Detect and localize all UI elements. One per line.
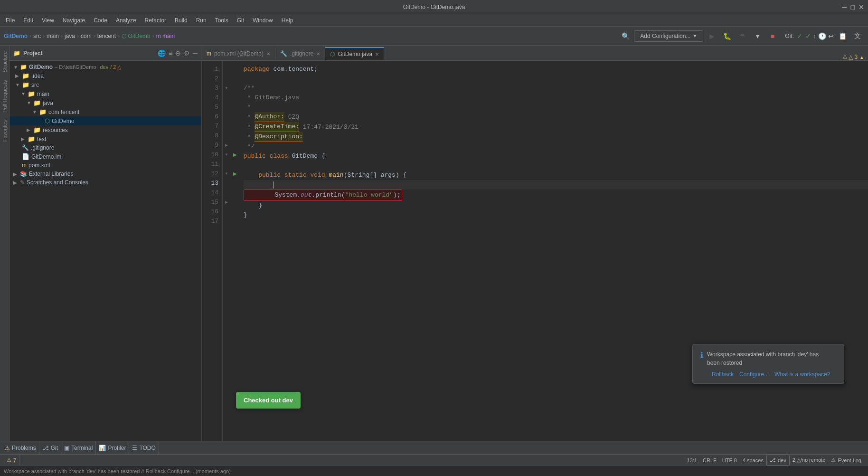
fold-15[interactable] — [223, 198, 230, 207]
menu-item-view[interactable]: View — [38, 16, 58, 25]
status-branch[interactable]: ⎇ dev — [766, 455, 790, 466]
tree-item-scratches[interactable]: ▶ ✎ Scratches and Consoles — [9, 178, 201, 187]
menu-item-navigate[interactable]: Navigate — [59, 16, 89, 25]
git-push-icon[interactable]: ↑ — [813, 32, 816, 40]
tree-item-test[interactable]: ▶ 📁 test — [9, 134, 201, 143]
status-position[interactable]: 13:1 — [684, 455, 700, 466]
vcs-icon[interactable]: 📋 — [836, 29, 849, 43]
breadcrumb-src[interactable]: src — [33, 33, 41, 39]
git-tab-close[interactable]: ✕ — [316, 51, 320, 57]
status-indent[interactable]: 4 spaces — [740, 455, 766, 466]
java-tab-close[interactable]: ✕ — [375, 52, 379, 57]
status-event-log[interactable]: ⚠ Event Log — [828, 455, 864, 466]
window-controls[interactable]: ─ □ ✕ — [842, 3, 864, 11]
tree-item-main[interactable]: ▼ 📁 main — [9, 89, 201, 98]
code-line-5: * — [244, 103, 868, 112]
problems-tab[interactable]: ⚠ Problems — [2, 441, 39, 454]
collapse-icon[interactable]: ⊖ — [175, 49, 181, 57]
fold-3[interactable] — [223, 84, 230, 93]
more-run-options[interactable]: ▾ — [751, 29, 764, 43]
translate-icon[interactable]: 文 — [851, 29, 864, 43]
warning-expand-icon[interactable]: ▲ — [859, 55, 864, 60]
breadcrumb-java[interactable]: java — [65, 33, 75, 39]
tree-item-java[interactable]: ▼ 📁 java — [9, 98, 201, 107]
git-history-icon[interactable]: 🕐 — [818, 32, 826, 40]
tab-gitdemo-java[interactable]: ⬡ GitDemo.java ✕ — [325, 47, 384, 60]
stop-button[interactable]: ■ — [766, 29, 779, 43]
code-line-13[interactable] — [244, 180, 868, 190]
fold-7 — [223, 122, 230, 131]
structure-tab[interactable]: Structure — [1, 48, 9, 76]
tab-pom-xml[interactable]: m pom.xml (GitDemo) ✕ — [202, 47, 275, 60]
menu-item-edit[interactable]: Edit — [19, 16, 37, 25]
configure-link[interactable]: Configure... — [739, 371, 769, 378]
code-line-16: } — [244, 210, 868, 220]
run-button[interactable]: ▶ — [705, 29, 718, 43]
breadcrumb-com[interactable]: com — [81, 33, 92, 39]
pull-requests-tab[interactable]: Pull Requests — [1, 76, 9, 116]
editor-content[interactable]: 1 2 3 4 5 6 7 8 9 10 11 12 13 14 15 16 1… — [202, 61, 868, 441]
git-tab[interactable]: ⎇ Git — [39, 441, 61, 454]
equalize-icon[interactable]: ≡ — [169, 49, 172, 57]
tree-item-gitdemo-iml[interactable]: 📄 GitDemo.iml — [9, 152, 201, 161]
fold-9[interactable] — [223, 141, 230, 150]
menu-item-analyze[interactable]: Analyze — [112, 16, 140, 25]
menu-item-run[interactable]: Run — [192, 16, 210, 25]
fold-12[interactable] — [223, 169, 230, 179]
tree-item-idea[interactable]: ▶ 📁 .idea — [9, 71, 201, 80]
breadcrumb-tencent[interactable]: tencent — [97, 33, 116, 39]
tree-item-gitignore[interactable]: 🔧 .gitignore — [9, 143, 201, 152]
status-warning[interactable]: ⚠ 7 — [4, 455, 19, 466]
favorites-tab[interactable]: Favorites — [1, 116, 9, 145]
settings-icon[interactable]: ⚙ — [184, 49, 190, 57]
close-btn[interactable]: ✕ — [859, 3, 864, 11]
globe-icon[interactable]: 🌐 — [158, 49, 166, 57]
search-icon[interactable]: 🔍 — [619, 29, 632, 43]
pom-tab-close[interactable]: ✕ — [266, 51, 270, 57]
tree-item-gitdemo-root[interactable]: ▼ 📁 GitDemo – D:\test\GitDemo dev / 2 △ — [9, 63, 201, 71]
todo-tab[interactable]: ☰ TODO — [129, 441, 159, 454]
code-area[interactable]: package com.tencent; /** * GitDemo.java … — [240, 61, 868, 441]
breadcrumb-main[interactable]: main — [47, 33, 59, 39]
git-check-icon[interactable]: ✓ — [797, 32, 802, 40]
run-method-icon[interactable]: ▶ — [230, 169, 240, 179]
tree-item-src[interactable]: ▼ 📁 src — [9, 80, 201, 89]
status-charset[interactable]: UTF-8 — [719, 455, 740, 466]
add-configuration-button[interactable]: Add Configuration... ▼ — [634, 30, 703, 42]
status-changes[interactable]: 2 △/no remote — [790, 455, 829, 466]
menu-item-file[interactable]: File — [2, 16, 19, 25]
minimize-btn[interactable]: ─ — [842, 3, 847, 11]
menu-item-refactor[interactable]: Refactor — [141, 16, 170, 25]
profiler-tab[interactable]: 📊 Profiler — [96, 441, 129, 454]
maximize-btn[interactable]: □ — [851, 3, 855, 11]
breadcrumb-method[interactable]: m main — [156, 33, 175, 39]
terminal-tab[interactable]: ▣ Terminal — [61, 441, 96, 454]
breadcrumb-class[interactable]: ⬡ GitDemo — [122, 33, 151, 39]
breadcrumb-gitdemo[interactable]: GitDemo — [4, 33, 28, 39]
menu-item-code[interactable]: Code — [90, 16, 111, 25]
menu-item-git[interactable]: Git — [233, 16, 248, 25]
coverage-button[interactable]: ☂ — [736, 29, 749, 43]
tree-item-gitdemo-java[interactable]: ⬡ GitDemo — [9, 116, 201, 125]
debug-button[interactable]: 🐛 — [720, 29, 734, 43]
run-main-icon[interactable]: ▶ — [230, 150, 240, 160]
rollback-link[interactable]: Rollback — [712, 371, 734, 378]
menu-item-build[interactable]: Build — [171, 16, 191, 25]
git-revert-icon[interactable]: ↩ — [828, 32, 834, 40]
tree-item-resources[interactable]: ▶ 📁 resources — [9, 125, 201, 134]
menu-item-tools[interactable]: Tools — [211, 16, 232, 25]
git-tab-icon: 🔧 — [280, 50, 287, 57]
tab-gitignore[interactable]: 🔧 .gitignore ✕ — [275, 47, 325, 60]
checkout-label: Checked out dev — [244, 397, 293, 404]
menu-item-help[interactable]: Help — [278, 16, 297, 25]
menu-item-window[interactable]: Window — [249, 16, 277, 25]
minimize-panel-icon[interactable]: ─ — [193, 49, 198, 57]
scratch-label: Scratches and Consoles — [27, 179, 88, 186]
what-is-workspace-link[interactable]: What is a workspace? — [774, 371, 830, 378]
tree-item-external-libs[interactable]: ▶ 📚 External Libraries — [9, 170, 201, 178]
tree-item-pom[interactable]: m pom.xml — [9, 161, 201, 170]
tree-item-com-tencent[interactable]: ▼ 📁 com.tencent — [9, 107, 201, 116]
git-check2-icon[interactable]: ✓ — [805, 32, 811, 40]
fold-10[interactable] — [223, 150, 230, 160]
status-crlf[interactable]: CRLF — [700, 455, 719, 466]
